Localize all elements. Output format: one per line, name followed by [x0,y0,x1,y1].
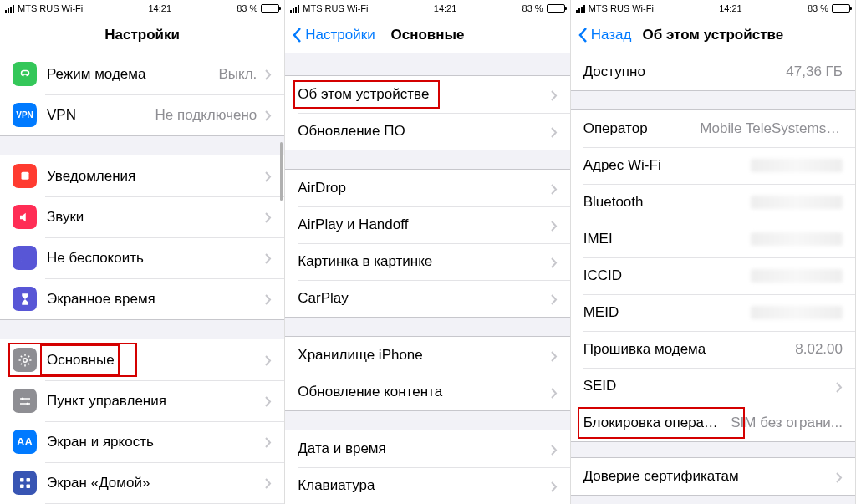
about-list[interactable]: Доступно 47,36 ГБ Оператор Mobile TeleSy… [571,53,855,504]
row-carrier-lock: Блокировка оператором SIM без ограни... [571,405,855,441]
row-value: Mobile TeleSystems 41.7.9 [700,120,843,137]
chevron-right-icon [551,220,558,231]
general-list[interactable]: Об этом устройстве Обновление ПО AirDrop… [285,53,569,504]
row-value: 47,36 ГБ [786,64,843,80]
status-bar: MTS RUS Wi-Fi 14:21 83 % [0,0,284,17]
chevron-right-icon [265,395,272,406]
carrier-label: MTS RUS Wi-Fi [18,3,83,13]
row-label: Доверие сертификатам [583,468,828,485]
row-label: Дата и время [298,440,542,457]
row-airplay[interactable]: AirPlay и Handoff [285,206,569,243]
row-screentime[interactable]: Экранное время [0,278,284,319]
back-button[interactable]: Настройки [292,27,374,43]
row-label: Клавиатура [298,477,542,494]
row-label: AirDrop [298,180,542,196]
row-display[interactable]: AA Экран и яркость [0,421,284,462]
status-bar: MTS RUS Wi-Fi 14:21 83 % [571,0,855,17]
chevron-right-icon [836,381,843,392]
row-certificate-trust[interactable]: Доверие сертификатам [571,458,855,495]
chevron-right-icon [551,126,558,137]
battery-icon [832,4,850,13]
row-modem-firmware: Прошивка модема 8.02.00 [571,331,855,368]
row-label: Экран и яркость [47,434,257,451]
signal-icon [5,5,14,13]
row-value: Выкл. [218,66,257,83]
signal-icon [290,5,299,13]
scrollbar[interactable] [280,142,283,201]
row-software-update[interactable]: Обновление ПО [285,113,569,150]
about-screen: MTS RUS Wi-Fi 14:21 83 % Назад Об этом у… [571,0,856,504]
carrier-label: MTS RUS Wi-Fi [303,3,368,13]
row-general[interactable]: Основные [0,339,284,380]
row-seid[interactable]: SEID [571,368,855,405]
row-available: Доступно 47,36 ГБ [571,53,855,90]
clock: 14:21 [148,3,171,13]
svg-point-1 [23,358,27,362]
chevron-right-icon [265,354,272,365]
blurred-value [751,306,843,319]
page-title: Основные [390,27,464,43]
svg-rect-7 [26,484,30,488]
battery-percent: 83 % [808,3,828,13]
row-hotspot[interactable]: Режим модема Выкл. [0,53,284,94]
row-label: Экран «Домой» [47,475,257,491]
chevron-right-icon [265,211,272,222]
row-about[interactable]: Об этом устройстве [285,76,569,113]
svg-rect-5 [26,478,30,482]
clock: 14:21 [434,3,457,13]
chevron-right-icon [551,387,558,398]
row-iccid: ICCID [571,257,855,294]
row-label: Хранилище iPhone [298,347,542,364]
row-label: Не беспокоить [47,250,257,267]
chevron-right-icon [551,293,558,304]
row-label: Звуки [47,209,257,226]
chevron-right-icon [265,477,272,488]
chevron-right-icon [265,109,272,120]
back-button[interactable]: Назад [578,27,632,43]
row-imei: IMEI [571,221,855,257]
row-sounds[interactable]: Звуки [0,196,284,237]
row-label: Прошивка модема [583,341,789,358]
battery-icon [261,4,279,13]
row-label: AirPlay и Handoff [298,216,542,233]
blurred-value [751,159,843,172]
chevron-right-icon [551,89,558,100]
row-home[interactable]: Экран «Домой» [0,462,284,503]
row-bluetooth: Bluetooth [571,184,855,221]
row-airdrop[interactable]: AirDrop [285,170,569,206]
chevron-right-icon [265,293,272,304]
row-pip[interactable]: Картинка в картинке [285,243,569,280]
link-icon [13,62,37,86]
row-label: Обновление ПО [298,123,542,140]
svg-rect-0 [21,171,28,179]
row-notifications[interactable]: Уведомления [0,155,284,196]
page-title: Об этом устройстве [642,27,783,43]
back-label: Назад [591,27,632,43]
row-control-center[interactable]: Пункт управления [0,380,284,421]
blurred-value [751,196,843,209]
row-label: IMEI [583,231,751,247]
row-carplay[interactable]: CarPlay [285,280,569,317]
gear-icon [13,348,37,372]
row-vpn[interactable]: VPN VPN Не подключено [0,94,284,135]
row-label: Адрес Wi-Fi [583,157,751,174]
row-dnd[interactable]: Не беспокоить [0,237,284,278]
chevron-right-icon [836,471,843,482]
row-value: 8.02.00 [795,341,843,358]
battery-icon [547,4,565,13]
row-wifi-address: Адрес Wi-Fi [571,147,855,184]
row-datetime[interactable]: Дата и время [285,430,569,467]
row-background-refresh[interactable]: Обновление контента [285,374,569,410]
hourglass-icon [13,287,37,311]
row-storage[interactable]: Хранилище iPhone [285,337,569,374]
nav-bar: Настройки Основные [285,17,569,53]
settings-list[interactable]: Режим модема Выкл. VPN VPN Не подключено… [0,53,284,504]
svg-rect-6 [20,484,24,488]
row-label: Оператор [583,120,694,137]
row-keyboard[interactable]: Клавиатура [285,467,569,504]
row-carrier: Оператор Mobile TeleSystems 41.7.9 [571,110,855,147]
row-label: Картинка в картинке [298,253,542,270]
sliders-icon [13,389,37,413]
row-label: VPN [47,107,149,124]
row-label: Bluetooth [583,194,751,211]
